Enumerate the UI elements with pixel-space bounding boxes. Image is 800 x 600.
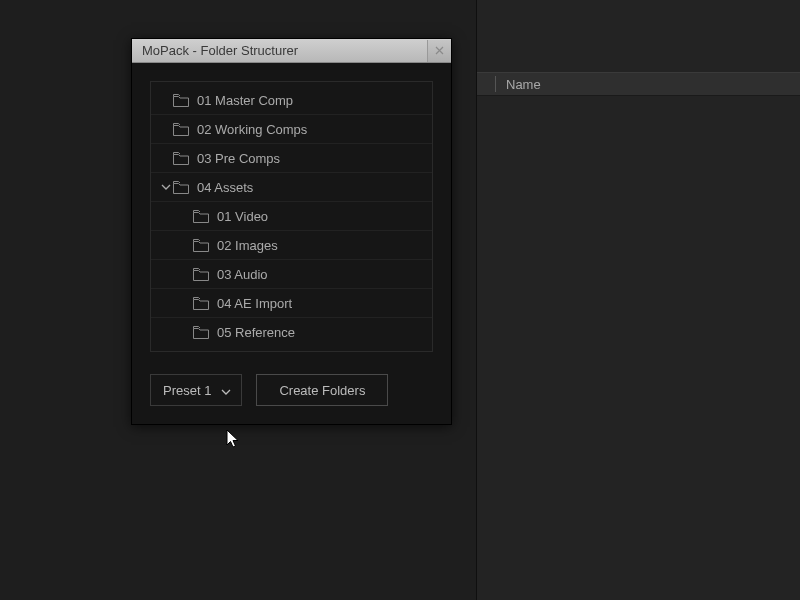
folder-icon bbox=[173, 123, 189, 136]
tree-label: 01 Master Comp bbox=[197, 93, 293, 108]
preset-select[interactable]: Preset 1 bbox=[150, 374, 242, 406]
project-panel-body[interactable] bbox=[477, 96, 800, 600]
expand-toggle[interactable] bbox=[159, 182, 173, 192]
tree-row[interactable]: 04 Assets bbox=[151, 173, 432, 202]
tree-label: 02 Working Comps bbox=[197, 122, 307, 137]
folder-icon bbox=[193, 268, 209, 281]
tree-label: 01 Video bbox=[217, 209, 268, 224]
tree-row[interactable]: 02 Working Comps bbox=[151, 115, 432, 144]
folder-icon bbox=[193, 239, 209, 252]
dialog-title: MoPack - Folder Structurer bbox=[142, 43, 298, 58]
folder-icon bbox=[193, 210, 209, 223]
tree-row[interactable]: 03 Audio bbox=[151, 260, 432, 289]
tree-row[interactable]: 03 Pre Comps bbox=[151, 144, 432, 173]
column-name-header[interactable]: Name bbox=[506, 77, 541, 92]
folder-structurer-dialog: MoPack - Folder Structurer 01 Master Com… bbox=[131, 38, 452, 425]
folder-icon bbox=[173, 181, 189, 194]
preset-select-label: Preset 1 bbox=[163, 383, 211, 398]
tree-row[interactable]: 05 Reference bbox=[151, 318, 432, 347]
folder-icon bbox=[173, 152, 189, 165]
tree-row[interactable]: 01 Master Comp bbox=[151, 86, 432, 115]
dialog-controls: Preset 1 Create Folders bbox=[150, 374, 433, 406]
tree-label: 04 Assets bbox=[197, 180, 253, 195]
mouse-cursor-icon bbox=[226, 429, 242, 451]
folder-icon bbox=[193, 326, 209, 339]
create-folders-label: Create Folders bbox=[279, 383, 365, 398]
tree-label: 03 Audio bbox=[217, 267, 268, 282]
close-icon[interactable] bbox=[427, 40, 451, 62]
create-folders-button[interactable]: Create Folders bbox=[256, 374, 388, 406]
project-panel: Name bbox=[476, 0, 800, 600]
folder-tree[interactable]: 01 Master Comp 02 Working Comps 03 Pre C… bbox=[150, 81, 433, 352]
project-panel-header[interactable]: Name bbox=[477, 72, 800, 96]
chevron-down-icon bbox=[161, 182, 171, 192]
tree-label: 04 AE Import bbox=[217, 296, 292, 311]
folder-icon bbox=[173, 94, 189, 107]
tree-label: 05 Reference bbox=[217, 325, 295, 340]
tree-row[interactable]: 02 Images bbox=[151, 231, 432, 260]
project-panel-top-gap bbox=[477, 0, 800, 36]
column-divider[interactable] bbox=[495, 76, 496, 92]
folder-icon bbox=[193, 297, 209, 310]
chevron-down-icon bbox=[221, 385, 231, 395]
dialog-body: 01 Master Comp 02 Working Comps 03 Pre C… bbox=[132, 63, 451, 424]
tree-label: 02 Images bbox=[217, 238, 278, 253]
tree-row[interactable]: 01 Video bbox=[151, 202, 432, 231]
dialog-titlebar[interactable]: MoPack - Folder Structurer bbox=[132, 39, 451, 63]
tree-row[interactable]: 04 AE Import bbox=[151, 289, 432, 318]
tree-label: 03 Pre Comps bbox=[197, 151, 280, 166]
